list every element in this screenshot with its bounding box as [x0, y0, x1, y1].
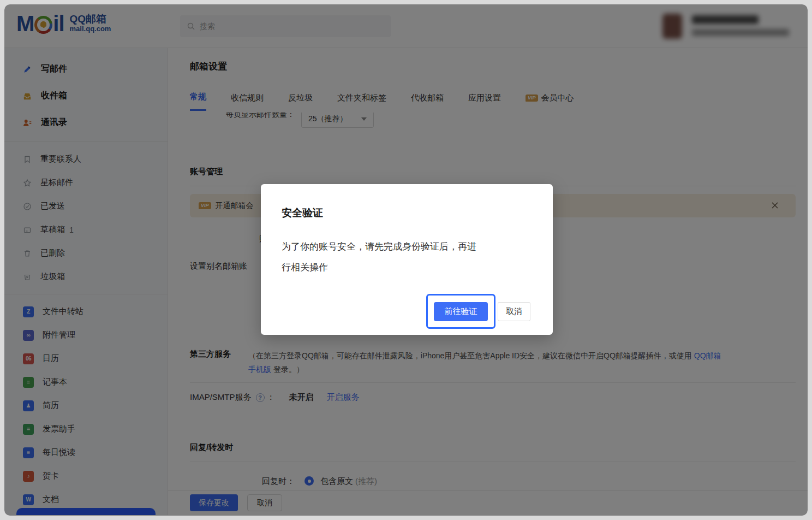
go-verify-button[interactable]: 前往验证 — [434, 302, 488, 321]
confirm-button-highlight-box: 前往验证 — [426, 294, 495, 329]
dialog-cancel-button[interactable]: 取消 — [498, 302, 530, 321]
browser-viewport: M il QQ邮箱 mail.qq.com — [4, 4, 808, 516]
security-verification-dialog: 安全验证 为了你的账号安全，请先完成身份验证后，再进 行相关操作 前往验证 取消 — [261, 184, 553, 335]
dialog-title: 安全验证 — [282, 206, 323, 220]
dialog-body: 为了你的账号安全，请先完成身份验证后，再进 行相关操作 — [282, 237, 476, 278]
